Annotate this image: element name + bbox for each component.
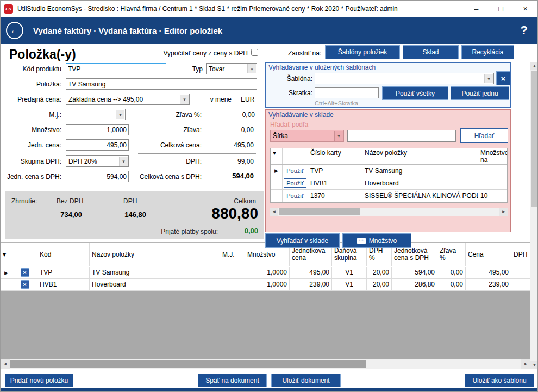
- jedn-s-dph-cell: 594,00: [392, 267, 437, 278]
- window-title: UtilStudio EconomSys - Stredisko : Hlavn…: [17, 5, 464, 13]
- stock-table-row[interactable]: Použiť HVB1 Hoverboard: [271, 177, 507, 190]
- qty-cell: [478, 177, 507, 189]
- kod-cell: HVB1: [37, 279, 90, 290]
- vat-group-select[interactable]: DPH 20% ▾: [66, 155, 129, 167]
- column-options-button[interactable]: ▾: [271, 148, 283, 164]
- quantity-button-label: Množstvo: [369, 237, 397, 245]
- save-document-button[interactable]: Uložiť dokument: [271, 374, 341, 387]
- stock-table-row[interactable]: Použiť 1370 SISSEL® ŠPECIÁLNA KLINOVÁ PO…: [271, 190, 507, 202]
- item-name-input[interactable]: [66, 78, 257, 90]
- scroll-left-icon[interactable]: ◄: [270, 208, 278, 216]
- search-button[interactable]: Hľadať: [460, 128, 508, 143]
- items-grid-row[interactable]: × HVB1 Hoverboard 1,0000 239,00 V1 20,00…: [1, 279, 530, 291]
- unit-price-vat-input[interactable]: [66, 171, 129, 182]
- type-select[interactable]: Tovar ▾: [206, 63, 257, 74]
- use-button[interactable]: Použiť: [284, 178, 306, 188]
- page-title: Položka(-y): [9, 47, 76, 62]
- dph-pct-cell: 20,00: [367, 267, 392, 278]
- grid-horizontal-scrollbar[interactable]: ◄ ►: [1, 359, 530, 369]
- vat-group-select-value: DPH 20%: [68, 158, 97, 165]
- currency-label: v mene: [204, 96, 232, 103]
- grid-options-button[interactable]: ▾: [1, 243, 12, 266]
- help-icon[interactable]: ?: [521, 23, 528, 38]
- vat-mode-checkbox[interactable]: [251, 49, 258, 56]
- save-as-template-button[interactable]: Uložiť ako šablónu: [465, 374, 534, 387]
- scrollbar-thumb[interactable]: [531, 71, 538, 207]
- stock-col-name: Názov položky: [362, 148, 478, 164]
- apply-one-button[interactable]: Použiť jednu: [451, 86, 509, 100]
- template-select[interactable]: ▾: [315, 73, 494, 84]
- quantity-input[interactable]: [66, 124, 129, 135]
- scrollbar-thumb[interactable]: [10, 360, 366, 368]
- unit-select[interactable]: ▾: [66, 109, 126, 120]
- add-item-button[interactable]: Pridať novú položku: [5, 374, 73, 387]
- payments-value: 0,00: [245, 227, 258, 235]
- product-code-input[interactable]: [66, 63, 166, 74]
- template-clear-button[interactable]: ×: [496, 71, 510, 85]
- chevron-down-icon: ▾: [180, 95, 189, 104]
- scroll-right-icon[interactable]: ►: [521, 359, 530, 369]
- use-button[interactable]: Použiť: [284, 166, 306, 175]
- focus-stock-button[interactable]: Sklad: [403, 45, 459, 59]
- focus-recycle-button[interactable]: Recyklácia: [461, 45, 514, 59]
- remove-item-icon[interactable]: ×: [21, 268, 29, 277]
- summary-label: Zhrnutie:: [11, 197, 37, 205]
- scroll-up-icon[interactable]: ▲: [530, 62, 538, 70]
- sale-price-select[interactable]: Základná cena --> 495,00 ▾: [66, 94, 190, 105]
- breadcrumb: Vydané faktúry · Vydaná faktúra · Editor…: [33, 26, 222, 35]
- stock-horizontal-scrollbar[interactable]: ◄ ►: [270, 208, 508, 216]
- close-icon[interactable]: ×: [513, 1, 537, 17]
- stock-table-row[interactable]: ▶ Použiť TVP TV Samsung: [271, 165, 507, 177]
- grid-col-zlava: Zľava %: [437, 243, 466, 266]
- app-window: ES UtilStudio EconomSys - Stredisko : Hl…: [0, 0, 538, 392]
- scrollbar-thumb[interactable]: [279, 208, 360, 215]
- close-icon: ×: [23, 267, 26, 278]
- use-cell: Použiť: [283, 177, 308, 189]
- grid-empty-area: [1, 291, 530, 359]
- card-number-cell: HVB1: [308, 177, 362, 189]
- remove-item-icon[interactable]: ×: [21, 280, 29, 289]
- mnozstvo-cell: 1,0000: [245, 267, 290, 278]
- vertical-scrollbar[interactable]: ▲ ▼: [530, 62, 538, 369]
- template-search-panel: Vyhľadávanie v uložených šablónach Šabló…: [265, 62, 511, 108]
- chevron-down-icon: ▾: [116, 110, 124, 119]
- vat-mode-checkbox-label: Vypočítať ceny z ceny s DPH: [155, 49, 248, 57]
- back-to-document-button[interactable]: Späť na dokument: [198, 374, 267, 387]
- sale-price-label: Predajná cena:: [1, 96, 61, 103]
- scroll-down-icon[interactable]: ▼: [530, 361, 538, 369]
- row-marker: ▶: [1, 267, 12, 278]
- minimize-icon[interactable]: –: [464, 1, 489, 17]
- unit-price-input[interactable]: [66, 139, 129, 151]
- sale-price-select-value: Základná cena --> 495,00: [68, 96, 143, 103]
- shortcut-input[interactable]: [315, 87, 379, 98]
- mj-cell: [220, 279, 245, 290]
- search-by-select[interactable]: Šírka ▾: [270, 130, 344, 142]
- stock-search-input[interactable]: [347, 130, 456, 142]
- close-icon: ×: [23, 279, 26, 290]
- focus-templates-button[interactable]: Šablóny položiek: [325, 45, 400, 59]
- grand-total-value: 880,80: [211, 205, 258, 222]
- stock-search-panel: Vyhľadávanie v sklade Hľadať podľa Šírka…: [265, 109, 511, 232]
- jedn-cena-cell: 495,00: [290, 267, 332, 278]
- stock-table-header: ▾ Číslo karty Názov položky Množstvo na …: [271, 148, 507, 165]
- discount-pct-input[interactable]: [205, 109, 257, 120]
- items-grid-row[interactable]: ▶ × TVP TV Samsung 1,0000 495,00 V1 20,0…: [1, 267, 530, 279]
- row-marker: [1, 279, 12, 290]
- row-marker: ▶: [271, 165, 283, 177]
- product-code-label: Kód produktu: [1, 65, 61, 73]
- scroll-right-icon[interactable]: ►: [499, 208, 508, 216]
- use-button[interactable]: Použiť: [284, 191, 306, 200]
- apply-all-button[interactable]: Použiť všetky: [382, 86, 448, 100]
- quantity-button[interactable]: ··· Množstvo: [342, 233, 411, 248]
- cena-cell: 239,00: [466, 279, 511, 290]
- remove-cell: ×: [12, 267, 37, 278]
- vat-sum-label: DPH: [123, 197, 137, 205]
- maximize-icon[interactable]: □: [489, 1, 513, 17]
- nazov-cell: TV Samsung: [90, 267, 220, 278]
- template-search-title: Vyhľadávanie v uložených šablónach: [268, 64, 376, 71]
- zlava-cell: 0,00: [437, 279, 466, 290]
- stock-col-qty: Množstvo na sklade: [478, 148, 507, 164]
- find-in-stock-button[interactable]: Vyhľadať v sklade: [265, 233, 340, 248]
- back-button[interactable]: ←: [6, 22, 23, 39]
- scroll-left-icon[interactable]: ◄: [1, 359, 10, 369]
